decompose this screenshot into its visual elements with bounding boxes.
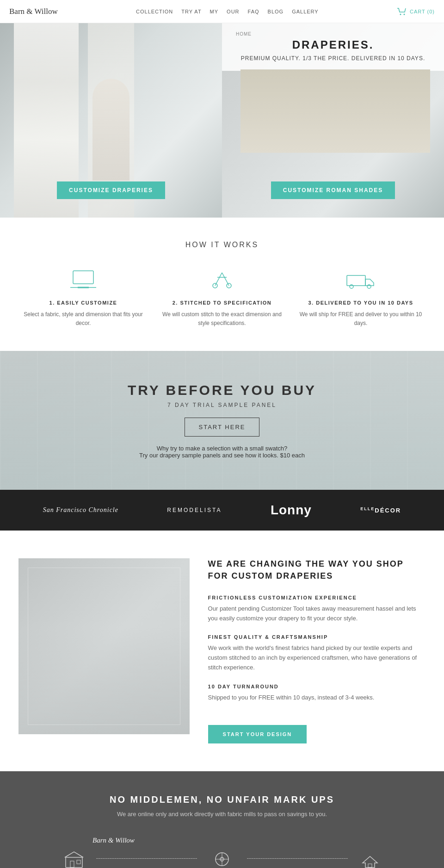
how-it-works-title: HOW IT WORKS — [18, 241, 426, 249]
try-section: TRY BEFORE YOU BUY 7 DAY TRIAL SAMPLE PA… — [0, 351, 444, 490]
step-1-desc: Select a fabric, style and dimension tha… — [18, 310, 148, 328]
svg-point-11 — [350, 285, 353, 288]
steps-container: 1. EASILY CUSTOMIZE Select a fabric, sty… — [18, 268, 426, 328]
value-item-1-title: FRICTIONLESS CUSTOMIZATION EXPERIENCE — [208, 595, 426, 600]
cart-icon — [397, 8, 407, 15]
step-2-desc: We will custom stitch to the exact dimen… — [157, 310, 287, 328]
cart-button[interactable]: CART (0) — [397, 8, 435, 15]
hero-overlay: HOME DRAPERIES. PREMIUM QUALITY. 1/3 THE… — [222, 23, 444, 71]
fabric-mill-icon — [63, 848, 85, 868]
no-middlemen-section: NO MIDDLEMEN, NO UNFAIR MARK UPS We are … — [0, 771, 444, 868]
customize-roman-shades-button[interactable]: CUSTOMIZE ROMAN SHADES — [271, 181, 395, 199]
svg-rect-10 — [347, 275, 365, 286]
chain-stitch-factory: STITCH FACTORY — [201, 848, 243, 868]
nav-links: COLLECTION TRY AT MY OUR FAQ BLOG GALLER… — [136, 9, 319, 14]
chain-line-2 — [247, 858, 348, 859]
step-3-desc: We will ship for FREE and deliver to you… — [296, 310, 426, 328]
nav-blog[interactable]: BLOG — [268, 9, 284, 14]
breadcrumb: HOME — [236, 31, 430, 37]
value-content: WE ARE CHANGING THE WAY YOU SHOP FOR CUS… — [208, 558, 426, 743]
hero-right: HOME DRAPERIES. PREMIUM QUALITY. 1/3 THE… — [222, 23, 444, 218]
nav-collection[interactable]: COLLECTION — [136, 9, 173, 14]
truck-icon — [345, 268, 377, 291]
hero-subheadline: PREMIUM QUALITY. 1/3 THE PRICE. DELIVERE… — [236, 54, 430, 62]
press-lonny: Lonny — [271, 503, 312, 518]
customize-draperies-button[interactable]: CUSTOMIZE DRAPERIES — [57, 181, 165, 199]
stitch-factory-icon — [211, 848, 233, 868]
try-subtitle: 7 DAY TRIAL SAMPLE PANEL — [167, 402, 277, 408]
svg-point-1 — [403, 13, 405, 15]
svg-point-12 — [367, 285, 371, 288]
press-elle: ELLEDÉCOR — [360, 506, 401, 514]
press-bar: San Francisco Chronicle REMODELISTA Lonn… — [0, 490, 444, 531]
navigation: Barn & Willow COLLECTION TRY AT MY OUR F… — [0, 0, 444, 23]
nav-gallery[interactable]: GALLERY — [292, 9, 319, 14]
value-item-3-title: 10 DAY TURNAROUND — [208, 684, 426, 689]
you-icon — [359, 848, 381, 868]
step-3-title: 3. DELIVERED TO YOU IN 10 DAYS — [296, 300, 426, 306]
cart-label: CART (0) — [410, 9, 435, 14]
value-item-2-desc: We work with the world's finest fabrics … — [208, 643, 426, 672]
nav-my[interactable]: MY — [210, 9, 219, 14]
step-1-title: 1. EASILY CUSTOMIZE — [18, 300, 148, 306]
value-section: WE ARE CHANGING THE WAY YOU SHOP FOR CUS… — [0, 531, 444, 771]
hero-section: CUSTOMIZE DRAPERIES HOME DRAPERIES. PREM… — [0, 23, 444, 218]
value-item-1: FRICTIONLESS CUSTOMIZATION EXPERIENCE Ou… — [208, 595, 426, 624]
svg-rect-15 — [77, 860, 80, 864]
value-heading: WE ARE CHANGING THE WAY YOU SHOP FOR CUS… — [208, 558, 426, 581]
no-middlemen-heading: NO MIDDLEMEN, NO UNFAIR MARK UPS — [18, 794, 426, 805]
svg-point-0 — [400, 13, 401, 15]
hero-left: CUSTOMIZE DRAPERIES — [0, 23, 222, 218]
svg-rect-14 — [70, 861, 74, 868]
press-sfc: San Francisco Chronicle — [43, 506, 118, 514]
logo[interactable]: Barn & Willow — [9, 7, 58, 16]
nav-our[interactable]: OUR — [227, 9, 239, 14]
step-1: 1. EASILY CUSTOMIZE Select a fabric, sty… — [18, 268, 148, 328]
try-desc-2: Try our drapery sample panels and see ho… — [139, 452, 305, 459]
brand-chain-name: Barn & Willow — [92, 837, 135, 844]
try-heading: TRY BEFORE YOU BUY — [128, 382, 316, 398]
how-it-works-section: HOW IT WORKS 1. EASILY CUSTOMIZE Select … — [0, 218, 444, 351]
step-2-title: 2. STITCHED TO SPECIFICATION — [157, 300, 287, 306]
no-middlemen-desc: We are online only and work directly wit… — [18, 811, 426, 818]
start-design-button[interactable]: START YOUR DESIGN — [208, 725, 307, 743]
try-desc-1: Why try to make a selection with a small… — [139, 445, 305, 452]
value-image — [18, 558, 190, 734]
supply-chain: FABRIC MILL STITCH FACTORY — [18, 848, 426, 868]
hero-headline: DRAPERIES. — [236, 38, 430, 51]
start-here-button[interactable]: START HERE — [185, 418, 260, 437]
scissors-icon — [206, 268, 238, 291]
svg-rect-2 — [73, 271, 93, 284]
chain-fabric-mill: FABRIC MILL — [56, 848, 92, 868]
chain-line-1 — [96, 858, 197, 859]
step-2: 2. STITCHED TO SPECIFICATION We will cus… — [157, 268, 287, 328]
press-remo: REMODELISTA — [167, 507, 222, 513]
value-item-2: FINEST QUALITY & CRAFTSMANSHIP We work w… — [208, 634, 426, 672]
chain-you: YOU — [352, 848, 388, 868]
nav-faq[interactable]: FAQ — [248, 9, 259, 14]
value-item-2-title: FINEST QUALITY & CRAFTSMANSHIP — [208, 634, 426, 640]
value-item-3-desc: Shipped to you for FREE within 10 days, … — [208, 693, 426, 703]
value-item-3: 10 DAY TURNAROUND Shipped to you for FRE… — [208, 684, 426, 703]
laptop-icon — [67, 268, 99, 291]
svg-rect-20 — [368, 864, 372, 868]
value-item-1-desc: Our patent pending Customizer Tool takes… — [208, 604, 426, 624]
nav-try-at[interactable]: TRY AT — [181, 9, 201, 14]
step-3: 3. DELIVERED TO YOU IN 10 DAYS We will s… — [296, 268, 426, 328]
